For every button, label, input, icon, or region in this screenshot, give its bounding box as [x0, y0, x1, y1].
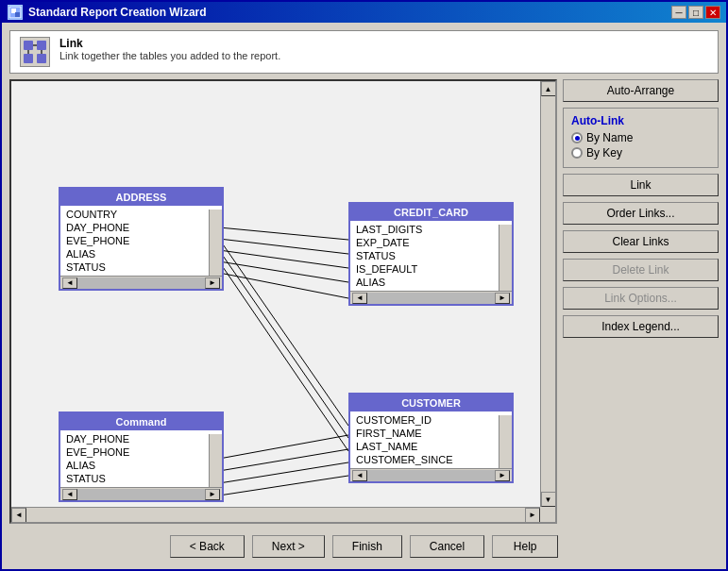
svg-rect-2: [15, 12, 20, 17]
table-row: DAY_PHONE: [60, 432, 222, 445]
address-table-fields: COUNTRY DAY_PHONE EVE_PHONE ALIAS STATUS: [60, 206, 222, 276]
table-row: CUSTOMER_ID: [350, 413, 512, 427]
canvas-hscroll[interactable]: ◄ ►: [11, 507, 540, 522]
close-button[interactable]: ✕: [705, 6, 720, 19]
scroll-right-btn[interactable]: ►: [205, 277, 220, 289]
finish-button[interactable]: Finish: [332, 535, 402, 558]
title-bar: Standard Report Creation Wizard ─ □ ✕: [2, 2, 726, 23]
table-row: COUNTRY: [60, 208, 222, 221]
table-row: STATUS: [350, 249, 512, 262]
window-title: Standard Report Creation Wizard: [28, 6, 207, 19]
table-row: EVE_PHONE: [60, 445, 222, 459]
customer-table-fields: CUSTOMER_ID FIRST_NAME LAST_NAME CUSTOME…: [350, 411, 512, 468]
by-name-radio[interactable]: [571, 132, 583, 143]
link-options-button[interactable]: Link Options...: [563, 287, 719, 310]
scroll-left-btn[interactable]: ◄: [352, 293, 367, 304]
customer-table: CUSTOMER CUSTOMER_ID FIRST_NAME LAST_NAM…: [348, 393, 514, 483]
by-name-label: By Name: [586, 131, 633, 144]
svg-rect-6: [37, 54, 46, 63]
scroll-left-btn[interactable]: ◄: [352, 470, 367, 481]
window-body: Link Link together the tables you added …: [2, 23, 726, 569]
table-row: STATUS: [60, 260, 222, 274]
scroll-right-btn[interactable]: ►: [525, 508, 540, 523]
scroll-left-btn[interactable]: ◄: [62, 489, 77, 500]
scroll-corner: [540, 507, 555, 522]
credit-card-table: CREDIT_CARD LAST_DIGITS EXP_DATE STATUS …: [348, 202, 514, 306]
link-button[interactable]: Link: [563, 174, 719, 196]
table-row: LAST_NAME: [350, 440, 512, 453]
right-panel: Auto-Arrange Auto-Link By Name By Key Li…: [563, 79, 719, 524]
vscroll[interactable]: [499, 415, 512, 468]
main-area: ADDRESS COUNTRY DAY_PHONE EVE_PHONE ALIA…: [9, 79, 719, 524]
vscroll[interactable]: [209, 434, 222, 487]
svg-line-17: [219, 261, 348, 451]
address-table: ADDRESS COUNTRY DAY_PHONE EVE_PHONE ALIA…: [59, 187, 224, 291]
scroll-up-btn[interactable]: ▲: [541, 81, 556, 96]
svg-line-19: [219, 449, 348, 471]
by-key-radio[interactable]: [571, 147, 583, 159]
title-controls: ─ □ ✕: [671, 6, 720, 19]
by-name-radio-row[interactable]: By Name: [571, 131, 710, 144]
cancel-button[interactable]: Cancel: [410, 535, 484, 558]
hscroll-track: [77, 489, 205, 500]
svg-line-18: [219, 435, 348, 459]
command-table-fields: DAY_PHONE EVE_PHONE ALIAS STATUS: [60, 430, 222, 487]
customer-table-header: CUSTOMER: [350, 395, 512, 411]
table-row: IS_DEFAULT: [350, 262, 512, 276]
clear-links-button[interactable]: Clear Links: [563, 230, 719, 253]
canvas-vscroll[interactable]: ▲ ▼: [540, 81, 555, 507]
svg-rect-3: [24, 41, 33, 50]
delete-link-button[interactable]: Delete Link: [563, 259, 719, 281]
table-row: EVE_PHONE: [60, 234, 222, 247]
hscroll-track: [367, 293, 495, 304]
table-row: LAST_DIGITS: [350, 223, 512, 236]
scroll-left-btn[interactable]: ◄: [62, 277, 77, 289]
table-row: EXP_DATE: [350, 236, 512, 249]
window-icon: [8, 5, 23, 20]
order-links-button[interactable]: Order Links...: [563, 202, 719, 225]
minimize-button[interactable]: ─: [671, 6, 686, 19]
table-row: ALIAS: [60, 247, 222, 260]
command-table: Command DAY_PHONE EVE_PHONE ALIAS STATUS…: [59, 411, 224, 502]
vscroll[interactable]: [209, 210, 222, 276]
hscroll-track: [77, 277, 205, 289]
help-button[interactable]: Help: [492, 535, 558, 558]
footer: < Back Next > Finish Cancel Help: [9, 529, 719, 562]
svg-line-21: [219, 476, 348, 495]
scroll-right-btn[interactable]: ►: [495, 470, 510, 481]
index-legend-button[interactable]: Index Legend...: [563, 315, 719, 338]
by-key-label: By Key: [586, 146, 622, 160]
address-table-header: ADDRESS: [60, 189, 222, 206]
canvas-area[interactable]: ADDRESS COUNTRY DAY_PHONE EVE_PHONE ALIA…: [9, 79, 557, 524]
by-key-radio-row[interactable]: By Key: [571, 146, 710, 160]
command-table-header: Command: [60, 413, 222, 430]
table-row: FIRST_NAME: [350, 427, 512, 440]
svg-line-12: [219, 250, 348, 268]
svg-line-11: [219, 239, 348, 254]
auto-link-title: Auto-Link: [571, 114, 710, 127]
back-button[interactable]: < Back: [170, 535, 245, 558]
table-row: ALIAS: [350, 276, 512, 289]
svg-line-10: [219, 227, 348, 240]
table-row: CUSTOMER_SINCE: [350, 453, 512, 466]
svg-line-13: [219, 261, 348, 282]
svg-line-14: [219, 273, 348, 298]
vscroll[interactable]: [499, 225, 512, 291]
scroll-right-btn[interactable]: ►: [205, 489, 220, 500]
auto-link-group: Auto-Link By Name By Key: [563, 108, 719, 168]
hscroll-track: [367, 470, 495, 481]
table-row: DAY_PHONE: [60, 221, 222, 234]
next-button[interactable]: Next >: [252, 535, 325, 558]
scroll-right-btn[interactable]: ►: [495, 293, 510, 304]
auto-arrange-button[interactable]: Auto-Arrange: [563, 79, 719, 102]
table-row: ALIAS: [60, 459, 222, 472]
header-section: Link Link together the tables you added …: [9, 30, 719, 74]
header-icon: [20, 37, 50, 67]
svg-rect-4: [37, 41, 46, 50]
svg-line-15: [219, 239, 348, 426]
maximize-button[interactable]: □: [688, 6, 703, 19]
table-row: STATUS: [60, 472, 222, 485]
scroll-down-btn[interactable]: ▼: [541, 492, 556, 507]
scroll-left-btn[interactable]: ◄: [11, 508, 26, 523]
svg-rect-5: [24, 54, 33, 63]
